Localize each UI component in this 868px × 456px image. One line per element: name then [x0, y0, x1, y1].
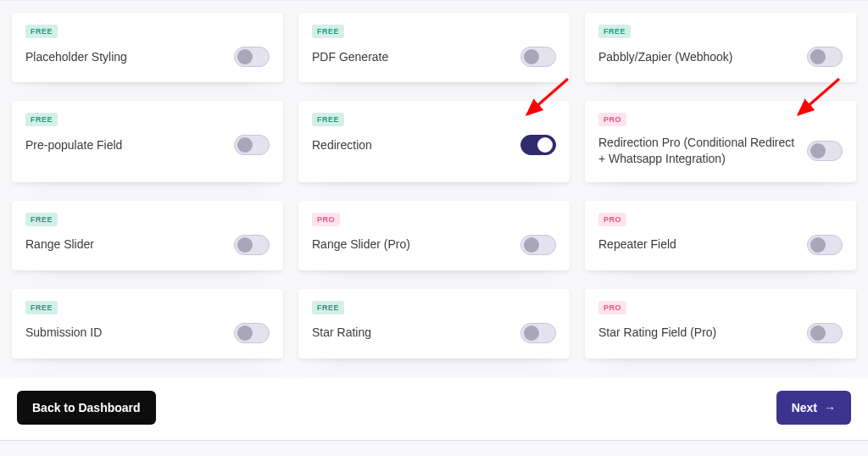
- module-toggle-redirection[interactable]: [520, 135, 556, 155]
- module-card-placeholder-styling: FREEPlaceholder Styling: [12, 13, 283, 82]
- module-label: Repeater Field: [598, 236, 798, 253]
- module-toggle-range-slider-pro[interactable]: [520, 235, 556, 255]
- module-toggle-pdf-generate[interactable]: [520, 47, 556, 67]
- toggle-knob: [237, 49, 253, 64]
- toggle-knob: [524, 325, 539, 341]
- toggle-knob: [810, 49, 826, 64]
- next-label: Next: [792, 401, 817, 414]
- module-card-redirection-pro: PRORedirection Pro (Conditional Redirect…: [585, 101, 856, 182]
- module-toggle-placeholder-styling[interactable]: [234, 47, 270, 67]
- toggle-knob: [537, 137, 553, 153]
- module-toggle-star-rating[interactable]: [520, 323, 556, 343]
- module-toggle-star-rating-field-pro[interactable]: [807, 323, 843, 343]
- tier-badge: PRO: [598, 113, 626, 126]
- module-card-pdf-generate: FREEPDF Generate: [298, 13, 570, 82]
- module-toggle-pabbly-zapier-webhook[interactable]: [807, 47, 843, 67]
- module-label: PDF Generate: [312, 49, 512, 65]
- module-label: Star Rating Field (Pro): [598, 325, 798, 341]
- footer-bar: Back to Dashboard Next →: [0, 378, 868, 440]
- module-label: Pre-populate Field: [25, 137, 225, 153]
- arrow-right-icon: →: [824, 402, 836, 414]
- tier-badge: FREE: [598, 25, 631, 38]
- toggle-knob: [810, 143, 826, 158]
- toggle-knob: [524, 49, 539, 64]
- module-grid: FREEPlaceholder StylingFREEPDF GenerateF…: [12, 1, 856, 408]
- module-toggle-pre-populate-field[interactable]: [234, 135, 270, 155]
- module-toggle-range-slider[interactable]: [234, 235, 270, 255]
- module-card-redirection: FREERedirection: [298, 101, 570, 182]
- module-label: Submission ID: [25, 325, 225, 341]
- tier-badge: FREE: [312, 25, 344, 38]
- module-label: Range Slider: [25, 236, 225, 253]
- tier-badge: FREE: [312, 113, 344, 126]
- module-label: Redirection Pro (Conditional Redirect + …: [598, 135, 798, 167]
- toggle-knob: [810, 325, 826, 341]
- module-card-range-slider-pro: PRORange Slider (Pro): [298, 201, 570, 270]
- back-label: Back to Dashboard: [32, 401, 141, 414]
- module-card-pre-populate-field: FREEPre-populate Field: [12, 101, 283, 182]
- next-button[interactable]: Next →: [776, 391, 851, 425]
- module-card-repeater-field: PRORepeater Field: [585, 201, 856, 270]
- module-card-star-rating: FREEStar Rating: [298, 289, 570, 359]
- toggle-knob: [237, 325, 253, 341]
- module-label: Star Rating: [312, 325, 512, 341]
- module-card-range-slider: FREERange Slider: [12, 201, 283, 270]
- module-toggle-submission-id[interactable]: [234, 323, 270, 343]
- toggle-knob: [237, 237, 253, 253]
- tier-badge: FREE: [25, 301, 58, 314]
- module-toggle-redirection-pro[interactable]: [807, 141, 843, 161]
- toggle-knob: [237, 137, 253, 153]
- module-card-pabbly-zapier-webhook: FREEPabbly/Zapier (Webhook): [585, 13, 856, 82]
- module-label: Placeholder Styling: [25, 49, 225, 65]
- tier-badge: PRO: [598, 301, 626, 314]
- tier-badge: FREE: [25, 213, 58, 226]
- module-label: Range Slider (Pro): [312, 236, 512, 253]
- toggle-knob: [524, 237, 539, 253]
- module-card-submission-id: FREESubmission ID: [12, 289, 283, 359]
- module-label: Redirection: [312, 137, 512, 153]
- module-card-star-rating-field-pro: PROStar Rating Field (Pro): [585, 289, 856, 359]
- toggle-knob: [810, 237, 826, 253]
- tier-badge: FREE: [312, 301, 344, 314]
- tier-badge: PRO: [312, 213, 340, 226]
- module-toggle-repeater-field[interactable]: [807, 235, 843, 255]
- tier-badge: FREE: [25, 25, 58, 38]
- tier-badge: PRO: [598, 213, 626, 226]
- module-label: Pabbly/Zapier (Webhook): [598, 49, 798, 65]
- back-to-dashboard-button[interactable]: Back to Dashboard: [17, 391, 156, 425]
- tier-badge: FREE: [25, 113, 58, 126]
